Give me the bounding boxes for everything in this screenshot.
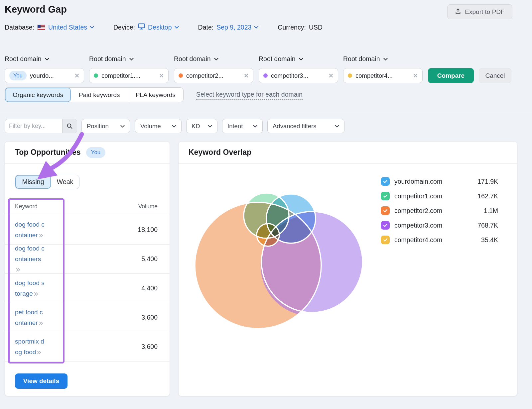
chevron-down-icon: [254, 26, 258, 29]
weak-tab[interactable]: Weak: [51, 175, 79, 189]
volume-filter-dropdown[interactable]: Volume: [135, 119, 182, 133]
view-details-button[interactable]: View details: [15, 373, 67, 389]
kd-filter-dropdown[interactable]: KD: [186, 119, 217, 133]
chevron-down-icon: [129, 58, 134, 60]
keyword-link[interactable]: sportmix dog food: [15, 336, 46, 358]
remove-domain-icon[interactable]: ✕: [159, 72, 164, 79]
keyword-link[interactable]: pet food container: [15, 307, 46, 328]
legend-domain: yourdomain.com: [394, 178, 473, 185]
export-upload-icon: [455, 8, 461, 16]
remove-domain-icon[interactable]: ✕: [244, 72, 249, 79]
checkbox-competitor4[interactable]: [381, 236, 390, 244]
your-domain-chip[interactable]: You yourdo... ✕: [5, 68, 84, 83]
chevron-down-icon: [208, 125, 212, 128]
venn-legend: yourdomain.com 171.9K competitor1.com 16…: [381, 174, 498, 247]
checkbox-competitor3[interactable]: [381, 221, 390, 230]
search-button[interactable]: [62, 119, 77, 133]
chevron-down-icon: [45, 58, 49, 60]
desktop-monitor-icon: [138, 23, 145, 31]
competitor1-dot-icon: [94, 73, 98, 78]
date-selector[interactable]: Date: Sep 9, 2023: [198, 24, 259, 31]
table-row: sportmix dog food 3,600: [5, 332, 170, 361]
legend-domain: competitor1.com: [394, 192, 473, 200]
table-row: dog food container 18,100: [5, 215, 170, 245]
legend-row-competitor4: competitor4.com 35.4K: [381, 233, 498, 247]
legend-domain: competitor3.com: [394, 222, 473, 229]
chevron-down-icon: [383, 58, 388, 60]
keyword-filter-input[interactable]: [5, 119, 62, 133]
double-chevron-icon: [34, 292, 38, 296]
table-row: pet food container 3,600: [5, 303, 170, 332]
volume-column-header: Volume: [138, 203, 158, 210]
top-opportunities-title: Top Opportunities: [15, 148, 81, 157]
legend-value: 1.1M: [484, 207, 498, 215]
competitor4-chip[interactable]: competitor4... ✕: [343, 68, 423, 83]
double-chevron-icon: [16, 268, 20, 272]
keyword-filter-searchbox: [5, 119, 77, 133]
legend-value: 171.9K: [477, 178, 498, 185]
legend-row-competitor3: competitor3.com 768.7K: [381, 218, 498, 233]
keyword-link[interactable]: dog food containers: [15, 243, 46, 275]
competitor4-dot-icon: [348, 73, 352, 78]
tab-pla-keywords[interactable]: PLA keywords: [128, 88, 183, 102]
root-domain-dropdown-4[interactable]: Root domain: [259, 55, 303, 63]
search-icon: [66, 123, 73, 129]
top-opportunities-card: Top Opportunities You Missing Weak Keywo…: [5, 141, 170, 396]
export-pdf-button[interactable]: Export to PDF: [447, 4, 512, 19]
legend-row-yourdomain: yourdomain.com 171.9K: [381, 174, 498, 189]
position-filter-dropdown[interactable]: Position: [81, 119, 130, 133]
keyword-link[interactable]: dog food storage: [15, 278, 46, 299]
root-domain-dropdown-5[interactable]: Root domain: [343, 55, 388, 63]
volume-value: 5,400: [141, 255, 158, 263]
section-divider: [0, 112, 532, 112]
checkbox-yourdomain[interactable]: [381, 177, 390, 186]
cancel-button[interactable]: Cancel: [479, 68, 511, 83]
competitor2-dot-icon: [179, 73, 183, 78]
competitor3-chip[interactable]: competitor3... ✕: [259, 68, 338, 83]
table-row: dog food storage 4,400: [5, 274, 170, 303]
device-selector[interactable]: Device: Desktop: [113, 23, 179, 31]
chevron-down-icon: [214, 58, 218, 60]
remove-domain-icon[interactable]: ✕: [329, 72, 333, 79]
keyword-gap-page: Keyword Gap Export to PDF Database: Unit…: [0, 0, 532, 409]
checkmark-icon: [383, 223, 388, 227]
table-row: dog food containers 5,400: [5, 245, 170, 274]
checkbox-competitor2[interactable]: [381, 206, 390, 215]
us-flag-icon: [37, 25, 45, 30]
remove-domain-icon[interactable]: ✕: [413, 72, 418, 79]
volume-value: 3,600: [141, 343, 158, 351]
keyword-type-tabs: Organic keywords Paid keywords PLA keywo…: [5, 87, 184, 102]
missing-tab[interactable]: Missing: [15, 175, 51, 189]
compare-button[interactable]: Compare: [428, 68, 474, 83]
competitor1-chip[interactable]: competitor1.... ✕: [89, 68, 169, 83]
legend-row-competitor2: competitor2.com 1.1M: [381, 203, 498, 218]
chevron-down-icon: [335, 125, 339, 128]
chevron-down-icon: [120, 125, 125, 128]
checkbox-competitor1[interactable]: [381, 192, 390, 200]
tab-paid-keywords[interactable]: Paid keywords: [71, 88, 128, 102]
database-selector[interactable]: Database: United States: [5, 24, 94, 31]
volume-value: 18,100: [138, 226, 158, 234]
volume-value: 3,600: [141, 314, 158, 321]
advanced-filters-dropdown[interactable]: Advanced filters: [267, 119, 344, 133]
keyword-column-header: Keyword: [15, 203, 138, 210]
currency-indicator: Currency: USD: [278, 24, 323, 31]
competitor2-chip[interactable]: competitor2... ✕: [174, 68, 253, 83]
legend-domain: competitor4.com: [394, 236, 476, 244]
root-domain-dropdown-1[interactable]: Root domain: [5, 55, 49, 63]
legend-value: 768.7K: [477, 222, 498, 229]
chevron-down-icon: [90, 26, 94, 29]
volume-value: 4,400: [141, 284, 158, 292]
keyword-overlap-title: Keyword Overlap: [189, 148, 251, 157]
root-domain-dropdown-3[interactable]: Root domain: [174, 55, 218, 63]
top-opportunities-header: Top Opportunities You: [5, 142, 170, 163]
keyword-overlap-header: Keyword Overlap: [179, 142, 517, 163]
remove-domain-icon[interactable]: ✕: [74, 72, 79, 79]
select-keyword-type-link[interactable]: Select keyword type for each domain: [196, 91, 303, 100]
page-title: Keyword Gap: [5, 4, 67, 15]
tab-organic-keywords[interactable]: Organic keywords: [5, 88, 71, 102]
double-chevron-icon: [39, 321, 43, 325]
keyword-link[interactable]: dog food container: [15, 219, 46, 241]
root-domain-dropdown-2[interactable]: Root domain: [89, 55, 134, 63]
intent-filter-dropdown[interactable]: Intent: [222, 119, 263, 133]
